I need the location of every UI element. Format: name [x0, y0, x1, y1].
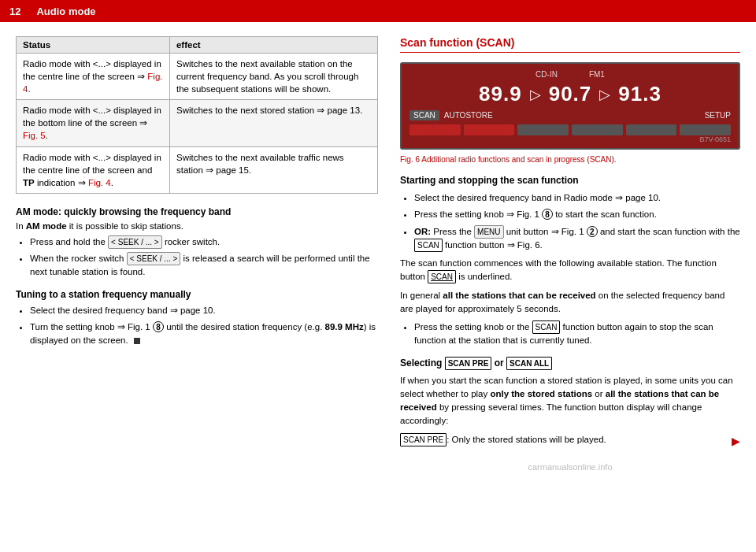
list-item: Press the setting knob or the SCAN funct… — [414, 320, 740, 348]
list-item: Select the desired frequency band in Rad… — [414, 191, 740, 205]
seek-button-2: < SEEK / ... > — [127, 252, 181, 265]
radio-bottom-bar: SCAN AUTOSTORE SETUP — [410, 110, 731, 120]
radio-freq-row: 89.9 ▷ 90.7 ▷ 91.3 — [410, 82, 731, 106]
right-content: Starting and stopping the scan function … — [400, 173, 740, 446]
soft-btn-5 — [626, 124, 677, 135]
list-item: When the rocker switch < SEEK / ... > is… — [30, 252, 378, 280]
watermark: carmanualsonline.info — [400, 462, 740, 472]
soft-btn-6 — [680, 124, 731, 135]
table-cell-status-2: Radio mode with <...> displayed in the b… — [17, 100, 170, 146]
starting-bullet-list: Select the desired frequency band in Rad… — [414, 191, 740, 252]
am-heading: AM mode: quickly browsing the frequency … — [16, 206, 378, 217]
fig4-link-2[interactable]: Fig. 4 — [88, 178, 111, 187]
table-row: Radio mode with <...> displayed in the c… — [17, 54, 378, 100]
autostore-label: AUTOSTORE — [444, 111, 493, 120]
soft-btn-3 — [517, 124, 569, 135]
table-cell-effect-2: Switches to the next stored station ⇒ pa… — [169, 100, 377, 146]
page-header: 12 Audio mode — [0, 0, 756, 22]
soft-btn-4 — [572, 124, 623, 135]
table-cell-effect-1: Switches to the next available station o… — [169, 54, 377, 100]
radio-fig-label: Fig. 6 Additional radio functions and sc… — [400, 154, 740, 165]
knob-indicator-2: 8 — [542, 209, 553, 220]
scan-inline-btn: SCAN — [414, 239, 443, 252]
table-cell-status-3: Radio mode with <...> displayed in the c… — [17, 146, 170, 193]
page-title: Audio mode — [36, 6, 95, 17]
seek-button: < SEEK / ... > — [108, 235, 162, 249]
scan-pre-text: SCAN PRE: Only the stored stations will … — [400, 433, 740, 446]
list-item: Press the setting knob ⇒ Fig. 1 8 to sta… — [414, 208, 740, 221]
fig5-link[interactable]: Fig. 5 — [23, 131, 46, 140]
stop-scan-list: Press the setting knob or the SCAN funct… — [414, 320, 740, 348]
list-item: OR: Press the MENU unit button ⇒ Fig. 1 … — [414, 225, 740, 253]
table-cell-effect-3: Switches to the next available traffic n… — [169, 146, 377, 193]
radio-top-bar: CD-IN FM1 — [410, 70, 731, 79]
radio-soft-buttons — [410, 124, 731, 135]
radio-freq-3: 91.3 — [618, 82, 662, 106]
right-arrow-icon: ▶ — [732, 433, 740, 450]
content-area: Status effect Radio mode with <...> disp… — [0, 22, 756, 480]
setup-label: SETUP — [705, 111, 731, 120]
list-item: Select the desired frequency band ⇒ page… — [30, 304, 378, 317]
am-bullet-list: Press and hold the < SEEK / ... > rocker… — [30, 235, 378, 280]
radio-freq-2: 90.7 — [549, 82, 592, 106]
table-row: Radio mode with <...> displayed in the b… — [17, 100, 378, 146]
scan-underlined: SCAN — [428, 270, 456, 283]
selecting-heading: Selecting SCAN PRE or SCAN ALL — [400, 356, 740, 370]
menu-button: MENU — [474, 225, 503, 239]
in-general-text: In general all the stations that can be … — [400, 289, 740, 317]
radio-arrow-1: ▷ — [530, 86, 541, 103]
radio-display: CD-IN FM1 89.9 ▷ 90.7 ▷ 91.3 SCAN AUTOST… — [400, 62, 740, 150]
soft-btn-1 — [410, 124, 461, 135]
radio-arrow-2: ▷ — [599, 86, 610, 103]
commences-text: The scan function commences with the fol… — [400, 257, 740, 284]
cd-in-label: CD-IN — [536, 70, 558, 79]
starting-heading: Starting and stopping the scan function — [400, 173, 740, 187]
scan-pre-inline: SCAN PRE — [400, 433, 447, 446]
tuning-bullet-list: Select the desired frequency band ⇒ page… — [30, 304, 378, 348]
table-header-effect: effect — [169, 37, 377, 54]
num-2: 2 — [587, 226, 598, 237]
am-intro: In AM mode it is possible to skip statio… — [16, 221, 378, 231]
selecting-text: If when you start the scan function a st… — [400, 374, 740, 428]
fig4-link-1[interactable]: Fig. 4 — [23, 72, 162, 94]
radio-freq-1: 89.9 — [479, 82, 522, 106]
list-item: Press and hold the < SEEK / ... > rocker… — [30, 235, 378, 249]
scan-display-label: SCAN — [410, 110, 439, 120]
knob-indicator: 8 — [153, 321, 164, 332]
tuning-heading: Tuning to a station frequency manually — [16, 289, 378, 300]
section-end-marker — [134, 338, 140, 344]
status-table: Status effect Radio mode with <...> disp… — [16, 36, 378, 194]
scan-btn-stop: SCAN — [532, 320, 561, 334]
soft-btn-2 — [464, 124, 515, 135]
fig-label-text: Fig. 6 Additional radio functions and sc… — [400, 155, 617, 164]
right-column: Scan function (SCAN) CD-IN FM1 89.9 ▷ 90… — [400, 36, 740, 472]
table-header-status: Status — [17, 37, 170, 54]
left-column: Status effect Radio mode with <...> disp… — [16, 36, 378, 472]
table-row: Radio mode with <...> displayed in the c… — [17, 146, 378, 193]
radio-fig-id: B7V-0651 — [410, 135, 731, 143]
fm1-label: FM1 — [589, 70, 605, 79]
page-number: 12 — [9, 6, 20, 17]
scan-all-label: SCAN ALL — [506, 357, 552, 370]
table-cell-status-1: Radio mode with <...> displayed in the c… — [17, 54, 170, 100]
radio-bottom-left: SCAN AUTOSTORE — [410, 110, 493, 120]
scan-pre-label: SCAN PRE — [445, 357, 492, 370]
scan-heading: Scan function (SCAN) — [400, 36, 740, 53]
list-item: Turn the setting knob ⇒ Fig. 1 8 until t… — [30, 320, 378, 348]
